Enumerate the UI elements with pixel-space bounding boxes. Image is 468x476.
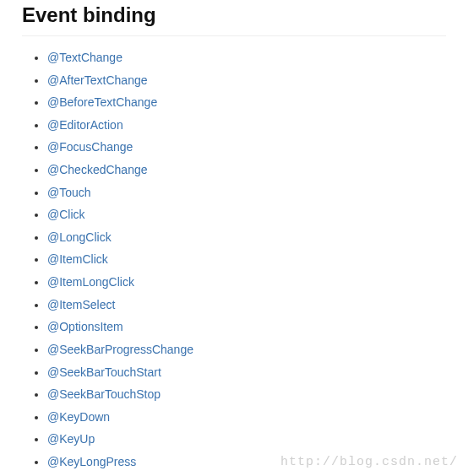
- annotation-link[interactable]: @BeforeTextChange: [47, 95, 157, 109]
- list-item: @TextChange: [47, 50, 446, 66]
- list-item: @BeforeTextChange: [47, 95, 446, 111]
- list-item: @OptionsItem: [47, 319, 446, 335]
- annotation-link[interactable]: @AfterTextChange: [47, 73, 148, 87]
- annotation-link[interactable]: @SeekBarTouchStart: [47, 365, 161, 379]
- annotation-link[interactable]: @KeyDown: [47, 410, 110, 424]
- annotation-link[interactable]: @Touch: [47, 186, 91, 199]
- annotation-link[interactable]: @OptionsItem: [47, 320, 123, 333]
- list-item: @AfterTextChange: [47, 73, 446, 89]
- annotation-link[interactable]: @ItemSelect: [47, 298, 115, 311]
- list-item: @Click: [47, 207, 446, 223]
- annotation-link[interactable]: @ItemClick: [47, 252, 108, 266]
- list-item: @ItemLongClick: [47, 274, 446, 290]
- list-item: @ItemSelect: [47, 297, 446, 313]
- annotation-link[interactable]: @KeyLongPress: [47, 455, 136, 468]
- list-item: @SeekBarTouchStop: [47, 387, 446, 403]
- annotation-link[interactable]: @TextChange: [47, 51, 122, 64]
- list-item: @LongClick: [47, 230, 446, 246]
- list-item: @FocusChange: [47, 139, 446, 155]
- list-item: @KeyUp: [47, 431, 446, 447]
- annotation-link[interactable]: @LongClick: [47, 230, 112, 244]
- annotation-link[interactable]: @SeekBarProgressChange: [47, 343, 193, 356]
- annotation-link[interactable]: @EditorAction: [47, 118, 123, 132]
- annotation-link[interactable]: @SeekBarTouchStop: [47, 387, 161, 401]
- annotation-link[interactable]: @ItemLongClick: [47, 275, 134, 289]
- annotation-link[interactable]: @FocusChange: [47, 140, 133, 154]
- annotation-link[interactable]: @Click: [47, 208, 85, 221]
- event-binding-list: @TextChange@AfterTextChange@BeforeTextCh…: [22, 50, 446, 476]
- list-item: @SeekBarTouchStart: [47, 365, 446, 381]
- list-item: @Touch: [47, 185, 446, 201]
- list-item: @EditorAction: [47, 117, 446, 133]
- annotation-link[interactable]: @KeyUp: [47, 432, 95, 446]
- annotation-link[interactable]: @CheckedChange: [47, 163, 148, 176]
- list-item: @ItemClick: [47, 252, 446, 268]
- list-item: @KeyLongPress: [47, 454, 446, 470]
- list-item: @KeyDown: [47, 409, 446, 425]
- list-item: @SeekBarProgressChange: [47, 342, 446, 358]
- list-item: @CheckedChange: [47, 162, 446, 178]
- section-heading: Event binding: [22, 3, 446, 36]
